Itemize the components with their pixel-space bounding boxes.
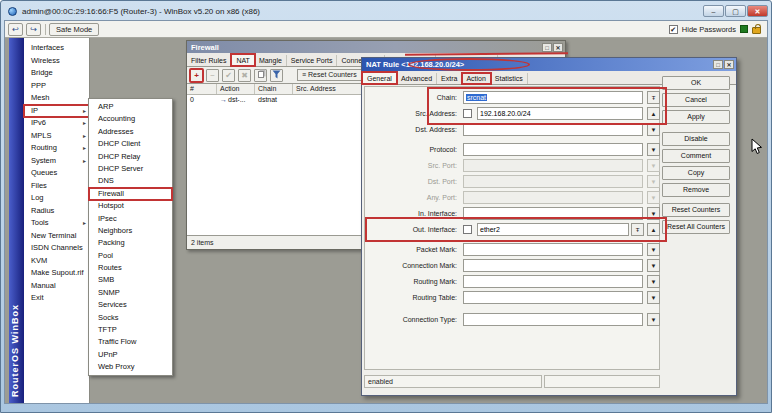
submenu-item-hotspot[interactable]: Hotspot bbox=[89, 200, 172, 212]
sidebar-item-wireless[interactable]: Wireless bbox=[24, 55, 89, 68]
out-interface-up-button[interactable]: ▲ bbox=[647, 223, 660, 236]
src-address-input[interactable]: 192.168.20.0/24 bbox=[477, 107, 643, 120]
submenu-item-upnp[interactable]: UPnP bbox=[89, 349, 172, 361]
firewall-close-button[interactable]: ✕ bbox=[553, 43, 563, 52]
disable-button[interactable]: Disable bbox=[662, 132, 730, 146]
enable-rule-button[interactable]: ✔ bbox=[222, 69, 235, 82]
remove-rule-button[interactable]: − bbox=[206, 69, 219, 82]
firewall-titlebar[interactable]: Firewall □ ✕ bbox=[187, 41, 565, 53]
hide-passwords-checkbox[interactable]: ✔ bbox=[669, 25, 678, 34]
reset-counters-button[interactable]: Reset Counters bbox=[662, 203, 730, 217]
maximize-button[interactable]: ▢ bbox=[725, 5, 746, 17]
tab-general[interactable]: General bbox=[362, 72, 397, 84]
in-interface-dropdown-button[interactable]: ▼ bbox=[647, 207, 660, 220]
sidebar-item-ipv6[interactable]: IPv6▸ bbox=[24, 117, 89, 130]
submenu-item-pool[interactable]: Pool bbox=[89, 250, 172, 262]
sidebar-item-tools[interactable]: Tools▸ bbox=[24, 217, 89, 230]
connection-type-dropdown-button[interactable]: ▼ bbox=[647, 313, 660, 326]
sidebar-item-exit[interactable]: Exit bbox=[24, 292, 89, 305]
submenu-item-ipsec[interactable]: IPsec bbox=[89, 213, 172, 225]
sidebar-item-radius[interactable]: Radius bbox=[24, 205, 89, 218]
reset-counters-toolbar-button[interactable]: ≡ Reset Counters bbox=[297, 69, 362, 81]
packet-mark-dropdown-button[interactable]: ▼ bbox=[647, 243, 660, 256]
undo-button[interactable]: ↩ bbox=[8, 23, 23, 36]
submenu-item-dhcp-server[interactable]: DHCP Server bbox=[89, 163, 172, 175]
tab-action[interactable]: Action bbox=[462, 73, 490, 84]
cancel-button[interactable]: Cancel bbox=[662, 93, 730, 107]
out-interface-combo-button[interactable]: Ŧ bbox=[631, 223, 644, 236]
packet-mark-input[interactable] bbox=[463, 243, 643, 256]
chain-combo-button[interactable]: Ŧ bbox=[647, 91, 660, 104]
nat-rule-titlebar[interactable]: NAT Rule <192.168.20.0/24> □ ✕ bbox=[362, 58, 736, 71]
sidebar-item-ppp[interactable]: PPP bbox=[24, 80, 89, 93]
submenu-item-smb[interactable]: SMB bbox=[89, 274, 172, 286]
comment-button[interactable] bbox=[254, 69, 267, 82]
comment-button-dialog[interactable]: Comment bbox=[662, 149, 730, 163]
submenu-item-dns[interactable]: DNS bbox=[89, 175, 172, 187]
column-header-num[interactable]: # bbox=[187, 84, 217, 94]
submenu-item-dhcp-relay[interactable]: DHCP Relay bbox=[89, 151, 172, 163]
sidebar-item-log[interactable]: Log bbox=[24, 192, 89, 205]
src-address-checkbox[interactable] bbox=[463, 109, 472, 118]
submenu-item-routes[interactable]: Routes bbox=[89, 262, 172, 274]
apply-button[interactable]: Apply bbox=[662, 110, 730, 124]
submenu-item-addresses[interactable]: Addresses bbox=[89, 126, 172, 138]
tab-statistics[interactable]: Statistics bbox=[491, 73, 528, 84]
sidebar-item-mesh[interactable]: Mesh bbox=[24, 92, 89, 105]
sidebar-item-new-terminal[interactable]: New Terminal bbox=[24, 230, 89, 243]
src-address-up-button[interactable]: ▲ bbox=[647, 107, 660, 120]
firewall-restore-button[interactable]: □ bbox=[542, 43, 552, 52]
tab-nat[interactable]: NAT bbox=[231, 54, 254, 66]
dialog-restore-button[interactable]: □ bbox=[713, 60, 723, 69]
minimize-button[interactable]: – bbox=[703, 5, 724, 17]
protocol-dropdown-button[interactable]: ▼ bbox=[647, 143, 660, 156]
connection-mark-dropdown-button[interactable]: ▼ bbox=[647, 259, 660, 272]
routing-table-dropdown-button[interactable]: ▼ bbox=[647, 291, 660, 304]
tab-extra[interactable]: Extra bbox=[437, 73, 462, 84]
sidebar-item-bridge[interactable]: Bridge bbox=[24, 67, 89, 80]
connection-type-input[interactable] bbox=[463, 313, 643, 326]
close-button[interactable]: ✕ bbox=[747, 5, 768, 17]
sidebar-item-isdn-channels[interactable]: ISDN Channels bbox=[24, 242, 89, 255]
sidebar-item-kvm[interactable]: KVM bbox=[24, 255, 89, 268]
tab-advanced[interactable]: Advanced bbox=[397, 73, 437, 84]
routing-table-input[interactable] bbox=[463, 291, 643, 304]
filter-button[interactable] bbox=[270, 69, 283, 82]
connection-mark-input[interactable] bbox=[463, 259, 643, 272]
redo-button[interactable]: ↪ bbox=[26, 23, 41, 36]
out-interface-checkbox[interactable] bbox=[463, 225, 472, 234]
reset-all-counters-button[interactable]: Reset All Counters bbox=[662, 220, 730, 234]
add-rule-button[interactable]: + bbox=[190, 69, 203, 82]
sidebar-item-routing[interactable]: Routing▸ bbox=[24, 142, 89, 155]
submenu-item-packing[interactable]: Packing bbox=[89, 237, 172, 249]
dialog-close-button[interactable]: ✕ bbox=[724, 60, 734, 69]
sidebar-item-manual[interactable]: Manual bbox=[24, 280, 89, 293]
ok-button[interactable]: OK bbox=[662, 76, 730, 90]
column-header-action[interactable]: Action bbox=[217, 84, 255, 94]
submenu-item-socks[interactable]: Socks bbox=[89, 312, 172, 324]
safe-mode-button[interactable]: Safe Mode bbox=[49, 23, 99, 36]
protocol-input[interactable] bbox=[463, 143, 643, 156]
submenu-item-snmp[interactable]: SNMP bbox=[89, 287, 172, 299]
sidebar-item-make-supout[interactable]: Make Supout.rif bbox=[24, 267, 89, 280]
submenu-item-traffic-flow[interactable]: Traffic Flow bbox=[89, 336, 172, 348]
sidebar-item-mpls[interactable]: MPLS▸ bbox=[24, 130, 89, 143]
tab-mangle[interactable]: Mangle bbox=[255, 55, 287, 66]
submenu-item-services[interactable]: Services bbox=[89, 299, 172, 311]
disable-rule-button[interactable]: ✖ bbox=[238, 69, 251, 82]
routing-mark-dropdown-button[interactable]: ▼ bbox=[647, 275, 660, 288]
tab-service-ports[interactable]: Service Ports bbox=[287, 55, 338, 66]
submenu-item-web-proxy[interactable]: Web Proxy bbox=[89, 361, 172, 373]
dst-address-input[interactable] bbox=[463, 123, 643, 136]
column-header-chain[interactable]: Chain bbox=[255, 84, 293, 94]
copy-button[interactable]: Copy bbox=[662, 166, 730, 180]
submenu-item-firewall[interactable]: Firewall bbox=[89, 188, 172, 200]
submenu-item-tftp[interactable]: TFTP bbox=[89, 324, 172, 336]
chain-input[interactable]: srcnat bbox=[463, 91, 643, 104]
routing-mark-input[interactable] bbox=[463, 275, 643, 288]
submenu-item-arp[interactable]: ARP bbox=[89, 101, 172, 113]
submenu-item-dhcp-client[interactable]: DHCP Client bbox=[89, 138, 172, 150]
dst-address-dropdown-button[interactable]: ▼ bbox=[647, 123, 660, 136]
sidebar-item-files[interactable]: Files bbox=[24, 180, 89, 193]
in-interface-input[interactable] bbox=[463, 207, 643, 220]
